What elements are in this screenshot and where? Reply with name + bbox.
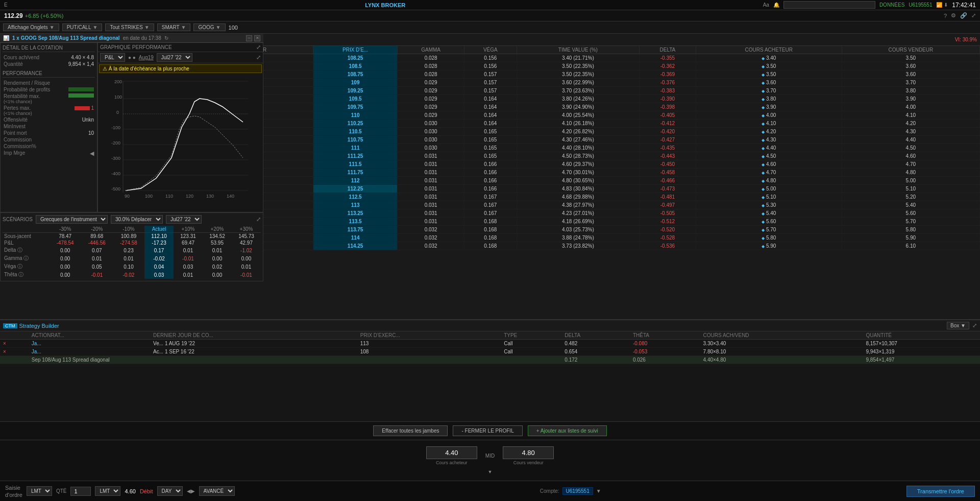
scenario-row: Véga ⓘ0.000.050.100.040.030.020.01 bbox=[3, 263, 261, 271]
order-section-label: Saisie bbox=[5, 485, 20, 491]
cell-tv: 4.23 (27.01%) bbox=[517, 209, 639, 218]
sb-col-type: TYPE bbox=[501, 331, 561, 340]
cell-strike: 114 bbox=[313, 234, 397, 242]
jul27-dropdown[interactable]: Jul27 '22 bbox=[157, 53, 192, 62]
qty-input[interactable] bbox=[70, 487, 91, 496]
goog-btn[interactable]: GOOG ▼ bbox=[193, 23, 225, 31]
order-type-dropdown[interactable]: LMT bbox=[27, 486, 52, 496]
sc-cell: 0.02 bbox=[203, 263, 232, 271]
date-dropdown[interactable]: Jul27 '22 bbox=[166, 215, 202, 224]
cell-delta: -0.427 bbox=[639, 136, 696, 144]
expand-icon[interactable]: ⤢ bbox=[971, 12, 976, 19]
chart-panel: GRAPHIQUE PERFORMANCE ⤢ P&L ● ● Aug19 Ju… bbox=[97, 43, 263, 212]
imp-mrge-arrow[interactable]: ◀ bbox=[90, 150, 94, 157]
sb-col-exp: DERNIER JOUR DE CO... bbox=[150, 331, 357, 340]
pl-dropdown[interactable]: P&L bbox=[100, 53, 125, 62]
sb-col-delta: DELTA bbox=[561, 331, 630, 340]
sb-del[interactable]: × bbox=[0, 348, 29, 356]
smart-btn[interactable]: SMART ▼ bbox=[157, 23, 191, 31]
cell-ask-puts: 5.10 bbox=[842, 185, 979, 193]
cell-ask-puts: 4.00 bbox=[842, 103, 979, 111]
perf-row-3: Pertes max. (<1% chance) 1 bbox=[3, 105, 95, 116]
data-icons: 📶 ⬇ bbox=[936, 2, 948, 8]
quote-section-title: DÉTAIL DE LA COTATION bbox=[3, 45, 95, 52]
sb-col-theta: THÊTA bbox=[630, 331, 700, 340]
tif-dropdown[interactable]: DAY bbox=[157, 486, 183, 496]
cell-bid-puts: ◆ 3.50 bbox=[696, 62, 842, 70]
add-watchlist-btn[interactable]: + Ajouter aux listes de suivi bbox=[528, 425, 607, 436]
ask-input-group: Cours vendeur bbox=[503, 446, 554, 465]
account-bar: Compte: U6195551 ▼ bbox=[540, 487, 601, 495]
cell-ask-puts: 3.60 bbox=[842, 70, 979, 79]
cell-tv: 4.18 (26.69%) bbox=[517, 218, 639, 226]
cell-ask-puts: 4.70 bbox=[842, 160, 979, 169]
sc-cell: -0.01 bbox=[174, 254, 203, 263]
close-profile-btn[interactable]: - FERMER LE PROFIL bbox=[453, 425, 522, 436]
strategy-table: ACTIONRAT... DERNIER JOUR DE CO... PRIX … bbox=[0, 331, 980, 364]
cell-ask-puts: 5.70 bbox=[842, 218, 979, 226]
greek-dropdown[interactable]: Grecques de l'instrument bbox=[36, 215, 108, 224]
chart-svg-container: 200 100 0 -100 -200 -300 -400 -500 90 10… bbox=[98, 74, 263, 212]
cell-gamma: 0.029 bbox=[398, 111, 464, 120]
help-icon[interactable]: ? bbox=[944, 13, 947, 19]
settings-icon[interactable]: ⚙ bbox=[951, 12, 956, 19]
cell-delta: -0.420 bbox=[639, 128, 696, 136]
sb-exp: Ac... 1 SEP 16 '22 bbox=[150, 348, 357, 356]
box-btn[interactable]: Box ▼ bbox=[947, 322, 969, 329]
sc-row-label: Delta ⓘ bbox=[3, 246, 50, 254]
account-dropdown-icon[interactable]: ▼ bbox=[596, 488, 601, 494]
window-date: en date du 17:38 bbox=[123, 35, 161, 41]
advance-dropdown[interactable]: AVANCÉ bbox=[199, 486, 235, 496]
refresh-icon[interactable]: ↻ bbox=[164, 35, 168, 41]
clear-btn[interactable]: Effacer toutes les jambes bbox=[373, 425, 448, 436]
cell-ask-puts: 5.00 bbox=[842, 177, 979, 185]
sb-del[interactable]: × bbox=[0, 340, 29, 348]
aug19-label[interactable]: Aug19 bbox=[139, 55, 154, 60]
close-btn[interactable]: ✕ bbox=[254, 35, 260, 41]
chart-title: GRAPHIQUE PERFORMANCE bbox=[100, 44, 172, 50]
sb-expand-icon[interactable]: ⤢ bbox=[972, 322, 977, 329]
svg-text:100: 100 bbox=[145, 194, 153, 199]
ask-input[interactable] bbox=[503, 446, 554, 459]
cell-delta: -0.376 bbox=[639, 79, 696, 87]
scenarios-expand-icon[interactable]: ⤢ bbox=[256, 216, 261, 223]
search-input[interactable] bbox=[783, 1, 875, 9]
cell-tv: 3.60 (22.99%) bbox=[517, 79, 639, 87]
scenario-row: Sous-jacent78.4789.68100.89112.10123.311… bbox=[3, 233, 261, 240]
aa-btn[interactable]: Aa bbox=[763, 2, 769, 8]
cell-tv: 3.50 (22.35%) bbox=[517, 62, 639, 70]
chart-expand-icon[interactable]: ⤢ bbox=[256, 44, 261, 51]
pct-dropdown[interactable]: 30.0% Déplacer bbox=[111, 215, 163, 224]
sb-table-wrapper[interactable]: ACTIONRAT... DERNIER JOUR DE CO... PRIX … bbox=[0, 331, 980, 421]
time-display: 17:42:41 bbox=[952, 2, 976, 9]
cell-strike: 109.5 bbox=[313, 95, 397, 103]
side-dropdown[interactable]: LMT bbox=[95, 486, 120, 496]
sc-cell: 0.01 bbox=[81, 254, 113, 263]
chart-expand2-icon[interactable]: ⤢ bbox=[256, 54, 261, 61]
sc-cell: 0.00 bbox=[50, 246, 81, 254]
cell-gamma: 0.031 bbox=[398, 201, 464, 209]
minimize-btn[interactable]: ─ bbox=[246, 35, 252, 41]
put-call-btn[interactable]: PUT/CALL ▼ bbox=[62, 23, 103, 31]
cell-tv: 3.70 (23.63%) bbox=[517, 87, 639, 95]
cell-strike: 112.5 bbox=[313, 193, 397, 201]
scenarios-table: -30% -20% -10% Actuel +10% +20% +30% Sou… bbox=[3, 226, 261, 279]
cell-tv: 4.40 (28.10%) bbox=[517, 144, 639, 152]
cell-vega: 0.156 bbox=[464, 54, 517, 62]
cell-ask-puts: 3.80 bbox=[842, 87, 979, 95]
sb-total-delta: 0.172 bbox=[561, 356, 630, 364]
bid-input[interactable] bbox=[426, 446, 477, 459]
data-label: DONNÉES bbox=[879, 2, 904, 8]
cell-bid-puts: ◆ 5.60 bbox=[696, 218, 842, 226]
broker-name: LYNX BROKER bbox=[365, 2, 405, 8]
submit-order-btn[interactable]: Transmettre l'ordre bbox=[906, 486, 975, 497]
sc-cell: 145.73 bbox=[232, 233, 261, 240]
tout-strikes-btn[interactable]: Tout STRIKES ▼ bbox=[105, 23, 154, 31]
cell-tv: 3.90 (24.90%) bbox=[517, 103, 639, 111]
affichage-btn[interactable]: Affichage Onglets ▼ bbox=[3, 23, 59, 31]
link-icon[interactable]: 🔗 bbox=[960, 12, 967, 19]
cell-delta: -0.536 bbox=[639, 242, 696, 250]
sc-col-p20: +20% bbox=[203, 226, 232, 233]
price-arrow-icon[interactable]: ▼ bbox=[488, 469, 493, 474]
sc-cell: -17.23 bbox=[144, 240, 174, 246]
